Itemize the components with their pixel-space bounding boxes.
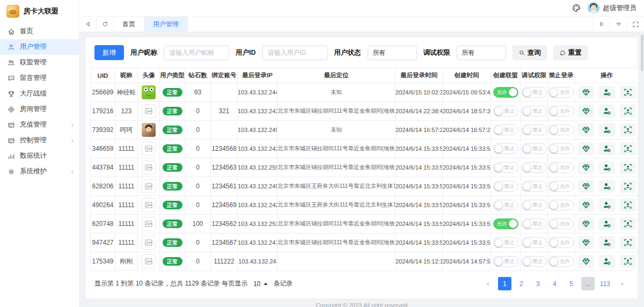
page-size-select[interactable]: 10 bbox=[250, 279, 270, 289]
debug-perm-toggle[interactable]: 禁止 bbox=[522, 125, 547, 135]
next-page-button[interactable]: › bbox=[616, 277, 629, 290]
user-gear-icon[interactable] bbox=[599, 199, 615, 211]
ban-login-toggle[interactable]: 允许 bbox=[548, 200, 574, 210]
admin-menu[interactable]: 超级管理员 bbox=[588, 2, 637, 14]
sidebar-item-7[interactable]: 控制管理‹ bbox=[0, 133, 79, 148]
user-gear-icon[interactable] bbox=[599, 255, 615, 268]
nickname-input[interactable] bbox=[164, 46, 229, 60]
ban-login-toggle[interactable]: 允许 bbox=[548, 143, 574, 154]
create-union-toggle[interactable]: 禁止 bbox=[493, 106, 518, 116]
sidebar-item-0[interactable]: 首页 bbox=[0, 24, 79, 39]
page-button-3[interactable]: 3 bbox=[531, 277, 545, 290]
page-ellipsis[interactable]: ... bbox=[581, 277, 595, 290]
create-union-toggle[interactable]: 禁止 bbox=[493, 256, 518, 267]
status-select[interactable]: 所有 bbox=[368, 46, 417, 60]
debug-perm-toggle[interactable]: 禁止 bbox=[522, 87, 547, 98]
gem-icon[interactable] bbox=[578, 105, 594, 118]
fullscreen-button[interactable] bbox=[627, 17, 644, 32]
sidebar-item-1[interactable]: 用户管理 bbox=[0, 39, 79, 55]
user-scan-icon[interactable] bbox=[620, 217, 636, 230]
user-scan-icon[interactable] bbox=[620, 255, 636, 268]
user-scan-icon[interactable] bbox=[620, 180, 636, 193]
user-scan-icon[interactable] bbox=[620, 123, 636, 136]
theme-palette-icon[interactable] bbox=[572, 3, 581, 13]
user-scan-icon[interactable] bbox=[620, 161, 636, 174]
scrollbar-thumb[interactable] bbox=[641, 34, 643, 71]
create-union-toggle[interactable]: 禁止 bbox=[493, 200, 518, 210]
debug-perm-toggle[interactable]: 禁止 bbox=[522, 256, 547, 267]
page-button-1[interactable]: 1 bbox=[498, 277, 511, 290]
page-button-113[interactable]: 113 bbox=[598, 277, 612, 290]
reset-button[interactable]: 重置 bbox=[553, 46, 588, 60]
tab-menu-button[interactable] bbox=[610, 17, 627, 32]
prev-page-button[interactable]: ‹ bbox=[481, 277, 495, 290]
debug-perm-toggle[interactable]: 禁止 bbox=[522, 106, 547, 116]
create-union-toggle[interactable]: 禁止 bbox=[493, 181, 518, 192]
add-user-button[interactable]: 新增 bbox=[94, 45, 124, 60]
user-gear-icon[interactable] bbox=[599, 142, 615, 155]
debug-perm-toggle[interactable]: 禁止 bbox=[522, 200, 547, 210]
ban-login-toggle[interactable]: 允许 bbox=[548, 237, 574, 248]
page-button-2[interactable]: 2 bbox=[515, 277, 528, 290]
debug-perm-toggle[interactable]: 禁止 bbox=[522, 143, 547, 154]
ban-login-toggle[interactable]: 允许 bbox=[548, 106, 574, 116]
gem-icon[interactable] bbox=[578, 217, 594, 230]
ban-login-toggle[interactable]: 允许 bbox=[548, 162, 574, 173]
gem-icon[interactable] bbox=[578, 236, 594, 249]
page-button-4[interactable]: 4 bbox=[548, 277, 561, 290]
ban-login-toggle[interactable]: 允许 bbox=[548, 181, 574, 192]
debug-perm-toggle[interactable]: 禁止 bbox=[522, 181, 547, 192]
sidebar-item-3[interactable]: 留言管理 bbox=[0, 70, 79, 86]
userid-input[interactable] bbox=[262, 46, 328, 60]
user-scan-icon[interactable] bbox=[620, 236, 636, 249]
debug-perm-select[interactable]: 所有 bbox=[457, 46, 506, 60]
gem-icon[interactable] bbox=[578, 180, 594, 193]
debug-perm-toggle[interactable]: 禁止 bbox=[522, 218, 547, 229]
search-button[interactable]: 查询 bbox=[513, 46, 547, 60]
user-gear-icon[interactable] bbox=[599, 236, 615, 249]
tab-refresh-button[interactable] bbox=[97, 17, 114, 32]
user-gear-icon[interactable] bbox=[599, 123, 615, 136]
user-gear-icon[interactable] bbox=[599, 105, 615, 118]
users-icon bbox=[8, 59, 15, 67]
create-union-toggle[interactable]: 禁止 bbox=[493, 143, 518, 154]
create-union-toggle[interactable]: 允许 bbox=[493, 87, 518, 98]
sidebar-item-9[interactable]: 系统维护‹ bbox=[0, 164, 79, 179]
sidebar-item-8[interactable]: 数据统计 bbox=[0, 148, 79, 164]
tab-back-button[interactable] bbox=[79, 17, 97, 32]
create-union-toggle[interactable]: 禁止 bbox=[493, 237, 518, 248]
sidebar-item-4[interactable]: 大厅战绩 bbox=[0, 86, 79, 101]
gem-icon[interactable] bbox=[578, 199, 594, 211]
pagination: 显示第 1 到第 10 条记录，总共 1129 条记录 每页显示 10 条记录 … bbox=[89, 271, 634, 290]
user-gear-icon[interactable] bbox=[599, 180, 615, 193]
debug-perm-toggle[interactable]: 禁止 bbox=[522, 162, 547, 173]
user-scan-icon[interactable] bbox=[620, 142, 636, 155]
gem-icon[interactable] bbox=[578, 142, 594, 155]
create-union-toggle[interactable]: 允许 bbox=[493, 218, 518, 229]
gem-icon[interactable] bbox=[578, 255, 594, 268]
user-scan-icon[interactable] bbox=[620, 86, 636, 99]
userid-label: 用户ID bbox=[236, 48, 256, 57]
sidebar-item-6[interactable]: 充值管理‹ bbox=[0, 117, 79, 133]
ban-login-toggle[interactable]: 允许 bbox=[548, 218, 574, 229]
sidebar-item-5[interactable]: 房间管理 bbox=[0, 101, 79, 117]
user-scan-icon[interactable] bbox=[620, 105, 636, 118]
tab-0[interactable]: 首页 bbox=[114, 17, 144, 32]
gem-icon[interactable] bbox=[578, 123, 594, 136]
tab-forward-button[interactable] bbox=[592, 17, 610, 32]
create-union-toggle[interactable]: 禁止 bbox=[493, 125, 518, 135]
user-gear-icon[interactable] bbox=[599, 86, 615, 99]
user-gear-icon[interactable] bbox=[599, 217, 615, 230]
create-union-toggle[interactable]: 禁止 bbox=[493, 162, 518, 173]
page-button-5[interactable]: 5 bbox=[565, 277, 578, 290]
sidebar-item-2[interactable]: 联盟管理 bbox=[0, 55, 79, 70]
gem-icon[interactable] bbox=[578, 86, 594, 99]
user-gear-icon[interactable] bbox=[599, 161, 615, 174]
ban-login-toggle[interactable]: 允许 bbox=[548, 87, 574, 98]
ban-login-toggle[interactable]: 允许 bbox=[548, 125, 574, 135]
user-scan-icon[interactable] bbox=[620, 199, 636, 211]
gem-icon[interactable] bbox=[578, 161, 594, 174]
debug-perm-toggle[interactable]: 禁止 bbox=[522, 237, 547, 248]
ban-login-toggle[interactable]: 允许 bbox=[548, 256, 574, 267]
tab-1[interactable]: 用户管理 bbox=[144, 17, 188, 32]
